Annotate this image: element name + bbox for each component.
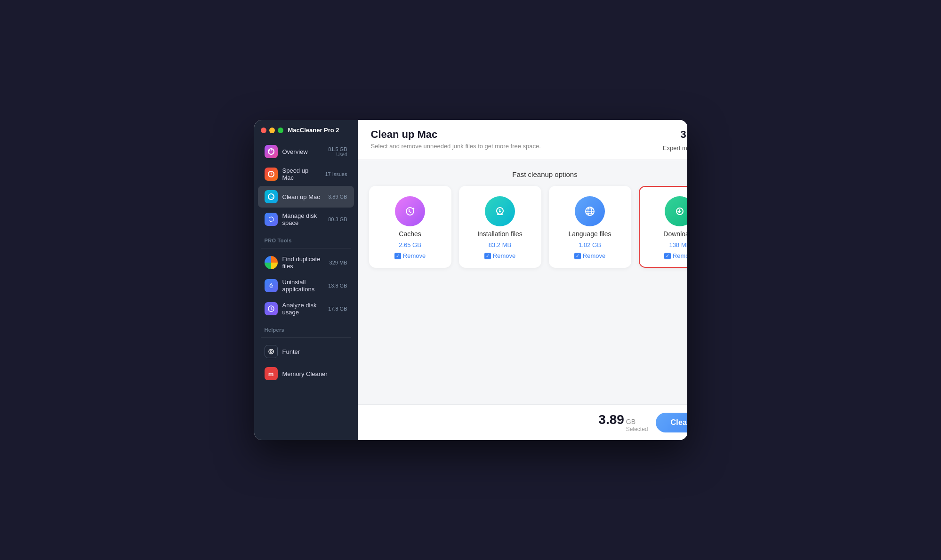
duplicate-icon [265, 256, 278, 269]
expert-mode-row: Expert mode [663, 143, 687, 153]
svg-rect-3 [497, 214, 503, 215]
uninstall-icon [265, 279, 278, 292]
manage-value: 80.3 GB [328, 216, 347, 222]
sidebar-item-manage[interactable]: Manage disk space 80.3 GB [258, 208, 354, 231]
overview-sub: Used [336, 152, 347, 157]
sidebar-item-duplicate[interactable]: Find duplicate files 329 MB [258, 251, 354, 274]
main-content: Fast cleanup options Caches 2.65 GB ✓ Re… [358, 160, 687, 404]
caches-icon [395, 196, 425, 226]
selected-unit: GB [626, 418, 635, 425]
card-installation[interactable]: Installation files 83.2 MB ✓ Remove [459, 186, 541, 268]
downloads-checkbox[interactable]: ✓ [664, 253, 671, 259]
language-checkbox[interactable]: ✓ [574, 253, 581, 259]
analyze-label: Analyze disk usage [282, 302, 324, 316]
sidebar-item-uninstall[interactable]: Uninstall applications 13.8 GB [258, 274, 354, 297]
card-downloads[interactable]: Downloads 138 MB ✓ Remove [639, 186, 687, 268]
memory-icon: m [265, 367, 278, 380]
helpers-label: Helpers [254, 320, 358, 335]
header-right: 3.89 GB Expert mode [663, 128, 687, 153]
expert-mode-label: Expert mode [663, 144, 687, 152]
manage-icon [265, 213, 278, 226]
selected-number: 3.89 [598, 412, 624, 427]
sidebar-item-overview[interactable]: Overview 81.5 GB Used [258, 141, 354, 162]
installation-checkbox[interactable]: ✓ [484, 253, 491, 259]
downloads-size: 138 MB [669, 241, 687, 248]
language-label: Language files [568, 230, 611, 238]
speedup-icon [265, 168, 278, 181]
language-size: 1.02 GB [579, 241, 601, 248]
overview-values: 81.5 GB Used [328, 146, 347, 157]
traffic-lights [261, 128, 283, 133]
language-icon [575, 196, 605, 226]
duplicate-value: 329 MB [330, 260, 347, 265]
selected-unit-group: GB Selected [626, 417, 648, 432]
svg-point-2 [270, 351, 272, 352]
installation-remove[interactable]: ✓ Remove [484, 252, 515, 259]
downloads-label: Downloads [663, 230, 687, 238]
sidebar-item-speedup[interactable]: Speed up Mac 17 Issues [258, 163, 354, 185]
caches-size: 2.65 GB [399, 241, 421, 248]
funter-label: Funter [282, 348, 347, 355]
selected-label: Selected [626, 426, 648, 432]
manage-label: Manage disk space [282, 212, 324, 226]
cleanup-icon [265, 190, 278, 203]
minimize-button[interactable] [269, 128, 275, 133]
card-caches[interactable]: Caches 2.65 GB ✓ Remove [369, 186, 451, 268]
installation-size: 83.2 MB [489, 241, 511, 248]
cleanup-label: Clean up Mac [282, 193, 324, 200]
overview-icon [265, 145, 278, 158]
cleanup-cards: Caches 2.65 GB ✓ Remove Inst [358, 186, 687, 268]
downloads-icon [665, 196, 687, 226]
page-subtitle: Select and remove unneeded junk files to… [371, 143, 541, 150]
cleanup-button[interactable]: Clean Up [656, 413, 687, 432]
pro-divider [261, 248, 351, 248]
language-remove[interactable]: ✓ Remove [574, 252, 605, 259]
analyze-value: 17.8 GB [328, 306, 347, 312]
sidebar: MacCleaner Pro 2 Overview 81.5 GB Used [254, 120, 358, 440]
titlebar: MacCleaner Pro 2 [254, 120, 358, 138]
sidebar-item-cleanup[interactable]: Clean up Mac 3.89 GB [258, 186, 354, 208]
caches-checkbox[interactable]: ✓ [394, 253, 401, 259]
speedup-label: Speed up Mac [282, 167, 321, 181]
overview-label: Overview [282, 148, 324, 155]
title-area: Clean up Mac Select and remove unneeded … [371, 128, 541, 150]
caches-label: Caches [399, 230, 421, 238]
speedup-value: 17 Issues [325, 171, 347, 177]
memory-label: Memory Cleaner [282, 370, 347, 377]
duplicate-label: Find duplicate files [282, 256, 325, 270]
installation-label: Installation files [477, 230, 523, 238]
sidebar-item-memory[interactable]: m Memory Cleaner [258, 363, 354, 384]
header-top: Clean up Mac Select and remove unneeded … [371, 128, 687, 153]
sidebar-item-analyze[interactable]: Analyze disk usage 17.8 GB [258, 297, 354, 320]
svg-point-1 [269, 349, 273, 354]
app-window: MacCleaner Pro 2 Overview 81.5 GB Used [254, 120, 687, 440]
uninstall-label: Uninstall applications [282, 279, 324, 293]
bottom-bar: 3.89 GB Selected Clean Up [358, 404, 687, 440]
downloads-remove[interactable]: ✓ Remove [664, 252, 687, 259]
overview-value: 81.5 GB [328, 146, 347, 152]
cleanup-value: 3.89 GB [328, 194, 347, 200]
caches-remove[interactable]: ✓ Remove [394, 252, 426, 259]
arrow-area: ↓ [358, 275, 687, 330]
uninstall-value: 13.8 GB [328, 283, 347, 288]
app-title: MacCleaner Pro 2 [288, 127, 339, 134]
selected-info: 3.89 GB Selected [598, 412, 648, 432]
maximize-button[interactable] [278, 128, 283, 133]
funter-icon [265, 345, 278, 358]
analyze-icon [265, 302, 278, 315]
main-header: Clean up Mac Select and remove unneeded … [358, 120, 687, 160]
total-size: 3.89 GB [663, 128, 687, 141]
section-title: Fast cleanup options [358, 160, 687, 186]
sidebar-nav: Overview 81.5 GB Used Speed up Mac 17 Is… [254, 138, 358, 431]
main-panel: Clean up Mac Select and remove unneeded … [358, 120, 687, 440]
close-button[interactable] [261, 128, 266, 133]
pro-tools-label: PRO Tools [254, 231, 358, 245]
installation-icon [485, 196, 515, 226]
page-title: Clean up Mac [371, 128, 541, 141]
sidebar-item-funter[interactable]: Funter [258, 341, 354, 362]
card-language[interactable]: Language files 1.02 GB ✓ Remove [549, 186, 631, 268]
helpers-divider [261, 337, 351, 338]
